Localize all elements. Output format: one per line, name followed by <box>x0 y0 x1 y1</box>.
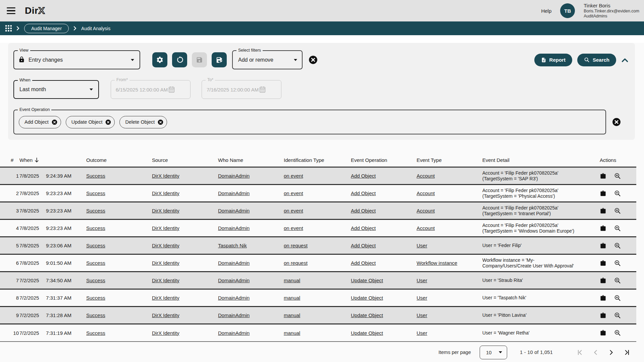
save-edit-button[interactable] <box>212 52 227 67</box>
apps-grid-icon[interactable] <box>5 25 12 32</box>
who-name-link[interactable]: DomainAdmin <box>218 330 250 336</box>
briefcase-button[interactable] <box>600 242 606 249</box>
avatar[interactable]: TB <box>560 3 575 18</box>
col-header-who-name[interactable]: Who Name <box>218 157 284 163</box>
zoom-in-button[interactable] <box>614 295 621 301</box>
col-header-when[interactable]: When <box>19 157 86 163</box>
zoom-in-button[interactable] <box>614 242 621 249</box>
event-operation-link[interactable]: Add Object <box>351 208 376 214</box>
identification-type-link[interactable]: on event <box>284 208 303 214</box>
col-header-event-type[interactable]: Event Type <box>417 157 482 163</box>
outcome-link[interactable]: Success <box>86 173 105 179</box>
briefcase-button[interactable] <box>600 312 606 319</box>
source-link[interactable]: DirX Identity <box>152 225 179 231</box>
source-link[interactable]: DirX Identity <box>152 312 179 318</box>
identification-type-link[interactable]: on event <box>284 225 303 231</box>
outcome-link[interactable]: Success <box>86 208 105 214</box>
help-link[interactable]: Help <box>541 8 551 14</box>
remove-chip-icon[interactable] <box>52 119 57 125</box>
event-type-link[interactable]: Account <box>417 190 435 196</box>
next-page-button[interactable] <box>608 349 615 356</box>
source-link[interactable]: DirX Identity <box>152 295 179 301</box>
collapse-filters-button[interactable] <box>622 58 628 62</box>
identification-type-link[interactable]: manual <box>284 295 300 301</box>
zoom-in-button[interactable] <box>614 190 621 197</box>
outcome-link[interactable]: Success <box>86 295 105 301</box>
who-name-link[interactable]: DomainAdmin <box>218 295 250 301</box>
col-header-event-detail[interactable]: Event Detail <box>482 157 600 163</box>
col-header-num[interactable]: # <box>11 157 19 163</box>
briefcase-button[interactable] <box>600 207 606 214</box>
col-header-source[interactable]: Source <box>152 157 218 163</box>
clear-filters-button[interactable] <box>309 55 318 64</box>
outcome-link[interactable]: Success <box>86 243 105 248</box>
who-name-link[interactable]: DomainAdmin <box>218 278 250 283</box>
source-link[interactable]: DirX Identity <box>152 243 179 248</box>
zoom-in-button[interactable] <box>614 312 621 319</box>
zoom-in-button[interactable] <box>614 225 621 232</box>
outcome-link[interactable]: Success <box>86 190 105 196</box>
zoom-in-button[interactable] <box>614 277 621 284</box>
identification-type-link[interactable]: on event <box>284 173 303 179</box>
who-name-link[interactable]: DomainAdmin <box>218 190 250 196</box>
clear-event-operation-button[interactable] <box>612 118 621 127</box>
event-operation-link[interactable]: Add Object <box>351 225 376 231</box>
event-operation-chip[interactable]: Add Object <box>19 116 61 128</box>
event-operation-chip[interactable]: Delete Object <box>119 116 167 128</box>
last-page-button[interactable] <box>624 349 631 356</box>
event-type-link[interactable]: Workflow instance <box>417 260 457 266</box>
event-type-link[interactable]: Account <box>417 225 435 231</box>
briefcase-button[interactable] <box>600 173 606 179</box>
briefcase-button[interactable] <box>600 260 606 266</box>
event-type-link[interactable]: Account <box>417 173 435 179</box>
event-operation-chip[interactable]: Update Object <box>66 116 115 128</box>
outcome-link[interactable]: Success <box>86 312 105 318</box>
col-header-identification-type[interactable]: Identification Type <box>284 157 351 163</box>
identification-type-link[interactable]: manual <box>284 330 300 336</box>
who-name-link[interactable]: DomainAdmin <box>218 225 250 231</box>
remove-chip-icon[interactable] <box>105 119 111 125</box>
who-name-link[interactable]: DomainAdmin <box>218 173 250 179</box>
search-button[interactable]: Search <box>577 54 616 66</box>
who-name-link[interactable]: DomainAdmin <box>218 260 250 266</box>
who-name-link[interactable]: Taspatch Nik <box>218 243 247 248</box>
outcome-link[interactable]: Success <box>86 278 105 283</box>
reset-button[interactable] <box>172 52 187 67</box>
event-operation-link[interactable]: Update Object <box>351 295 383 301</box>
identification-type-link[interactable]: on event <box>284 190 303 196</box>
briefcase-button[interactable] <box>600 295 606 301</box>
identification-type-link[interactable]: manual <box>284 312 300 318</box>
settings-button[interactable] <box>152 52 167 67</box>
event-operation-link[interactable]: Update Object <box>351 312 383 318</box>
zoom-in-button[interactable] <box>614 173 621 179</box>
zoom-in-button[interactable] <box>614 260 621 266</box>
briefcase-button[interactable] <box>600 277 606 284</box>
select-filters-dropdown[interactable]: Select filters Add or remove <box>232 50 303 69</box>
zoom-in-button[interactable] <box>614 329 621 336</box>
when-select[interactable]: When Last month <box>13 80 99 99</box>
who-name-link[interactable]: DomainAdmin <box>218 312 250 318</box>
briefcase-button[interactable] <box>600 329 606 336</box>
event-operation-link[interactable]: Add Object <box>351 243 376 248</box>
event-operation-link[interactable]: Add Object <box>351 173 376 179</box>
col-header-outcome[interactable]: Outcome <box>86 157 152 163</box>
outcome-link[interactable]: Success <box>86 330 105 336</box>
event-operation-link[interactable]: Add Object <box>351 260 376 266</box>
briefcase-button[interactable] <box>600 225 606 232</box>
source-link[interactable]: DirX Identity <box>152 190 179 196</box>
remove-chip-icon[interactable] <box>158 119 163 125</box>
report-button[interactable]: Report <box>534 54 572 66</box>
outcome-link[interactable]: Success <box>86 225 105 231</box>
event-type-link[interactable]: Account <box>417 208 435 214</box>
breadcrumb-app[interactable]: Audit Manager <box>24 24 69 33</box>
event-type-link[interactable]: User <box>417 243 427 248</box>
event-operation-link[interactable]: Update Object <box>351 278 383 283</box>
event-type-link[interactable]: User <box>417 330 427 336</box>
event-type-link[interactable]: User <box>417 278 427 283</box>
outcome-link[interactable]: Success <box>86 260 105 266</box>
event-operation-link[interactable]: Update Object <box>351 330 383 336</box>
source-link[interactable]: DirX Identity <box>152 278 179 283</box>
source-link[interactable]: DirX Identity <box>152 173 179 179</box>
col-header-event-operation[interactable]: Event Operation <box>351 157 417 163</box>
event-type-link[interactable]: User <box>417 295 427 301</box>
